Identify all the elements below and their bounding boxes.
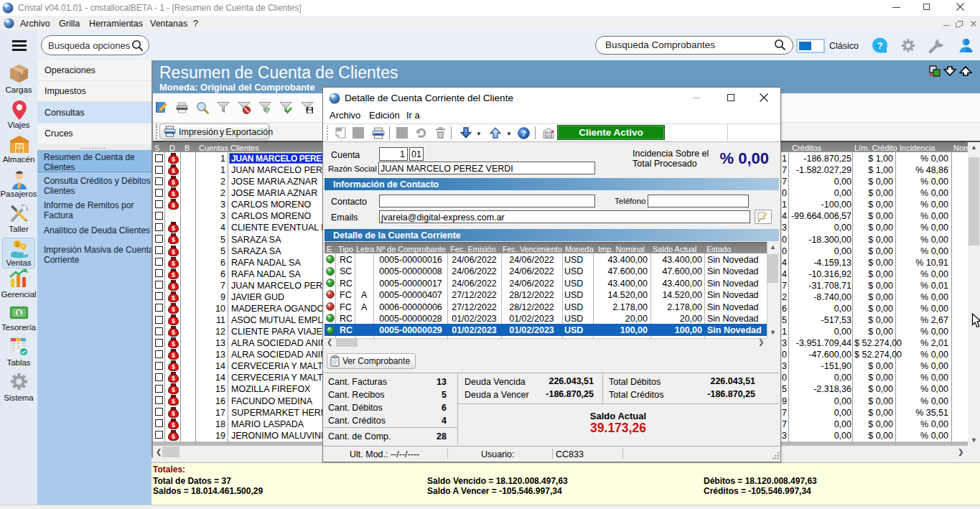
- svg-text:$: $: [172, 167, 175, 174]
- svg-text:?: ?: [521, 129, 526, 138]
- svg-text:$: $: [172, 190, 175, 197]
- svg-text:$: $: [172, 283, 175, 290]
- svg-text:$: $: [172, 271, 175, 279]
- svg-text:$: $: [172, 294, 175, 302]
- svg-text:$: $: [172, 363, 175, 370]
- svg-text:$: $: [172, 306, 175, 313]
- svg-text:$: $: [172, 375, 175, 382]
- svg-text:$: $: [172, 398, 175, 405]
- svg-text:?: ?: [877, 40, 882, 51]
- svg-text:$: $: [172, 236, 175, 243]
- svg-text:$: $: [17, 309, 21, 317]
- svg-text:$: $: [172, 317, 175, 324]
- svg-text:$: $: [172, 421, 175, 429]
- svg-text:$: $: [172, 386, 175, 393]
- svg-text:$: $: [172, 179, 175, 186]
- svg-text:$: $: [172, 156, 175, 163]
- svg-text:$: $: [172, 260, 175, 267]
- svg-text:$: $: [172, 329, 175, 336]
- svg-text:$: $: [172, 340, 175, 347]
- svg-text:$: $: [172, 225, 175, 232]
- svg-text:$: $: [172, 410, 175, 417]
- svg-text:$: $: [172, 433, 175, 440]
- svg-text:$: $: [172, 248, 175, 256]
- svg-text:$: $: [172, 202, 175, 209]
- svg-text:$: $: [172, 352, 175, 359]
- svg-text:?: ?: [265, 106, 270, 114]
